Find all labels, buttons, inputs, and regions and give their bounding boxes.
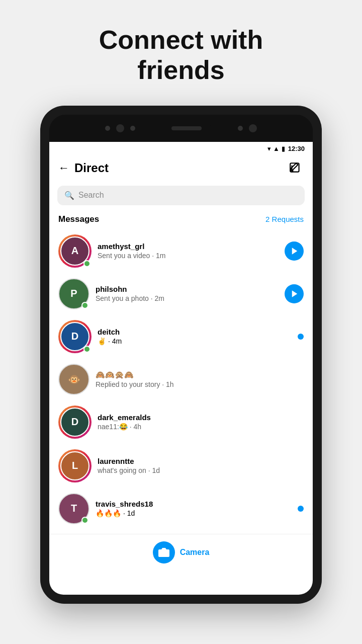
notch-sensor xyxy=(130,126,135,131)
battery-icon: ▮ xyxy=(282,145,285,152)
conv-preview: Sent you a photo · 2m xyxy=(96,294,279,302)
conv-action xyxy=(298,334,304,340)
list-item[interactable]: 🐵🙈🙉🙊🙈Replied to your story · 1h xyxy=(58,359,304,400)
conv-username: laurenntte xyxy=(98,457,298,465)
svg-point-3 xyxy=(162,551,166,555)
svg-marker-1 xyxy=(292,248,298,255)
avatar: 🐵 xyxy=(58,364,89,395)
conv-info: philsohnSent you a photo · 2m xyxy=(96,285,279,302)
status-bar: ▾ ▲ ▮ 12:30 xyxy=(49,142,313,154)
phone-frame: ▾ ▲ ▮ 12:30 ← Direct xyxy=(40,106,322,604)
conv-username: 🙈🙉🙊🙈 xyxy=(96,370,298,379)
avatar-wrap: D xyxy=(58,320,92,353)
notch-camera-dot xyxy=(105,126,110,131)
online-dot xyxy=(83,260,90,267)
status-time: 12:30 xyxy=(288,145,305,152)
play-button[interactable] xyxy=(285,242,304,261)
conv-preview: 🔥🔥🔥 · 1d xyxy=(96,509,292,517)
conv-preview: nae11:😂 · 4h xyxy=(98,423,298,431)
conv-username: philsohn xyxy=(96,285,279,293)
conv-username: amethyst_grl xyxy=(98,242,279,251)
avatar-wrap: T xyxy=(58,493,89,524)
avatar-wrap: P xyxy=(58,278,89,309)
play-button[interactable] xyxy=(285,284,304,303)
conv-info: deitch✌️ · 4m xyxy=(98,328,292,345)
search-placeholder: Search xyxy=(78,191,104,200)
conv-preview: Replied to your story · 1h xyxy=(96,380,298,388)
messages-header: Messages 2 Requests xyxy=(58,214,304,224)
notch-right-camera xyxy=(238,126,243,131)
camera-label: Camera xyxy=(180,548,210,557)
status-icons: ▾ ▲ ▮ xyxy=(267,145,285,152)
camera-icon xyxy=(158,546,170,558)
online-dot xyxy=(83,346,90,353)
conv-info: laurennttewhat's going on · 1d xyxy=(98,457,298,474)
conv-username: dark_emeralds xyxy=(98,413,298,422)
signal-icon: ▲ xyxy=(273,145,280,152)
wifi-icon: ▾ xyxy=(267,145,271,152)
list-item[interactable]: PphilsohnSent you a photo · 2m xyxy=(58,273,304,315)
conv-info: amethyst_grlSent you a video · 1m xyxy=(98,242,279,260)
speaker xyxy=(171,126,202,130)
search-icon: 🔍 xyxy=(64,191,74,200)
conv-info: travis_shreds18🔥🔥🔥 · 1d xyxy=(96,500,292,517)
messages-section: Messages 2 Requests Aamethyst_grlSent yo… xyxy=(49,211,313,530)
header-left: ← Direct xyxy=(58,161,109,175)
header-title: Direct xyxy=(74,161,109,175)
avatar: D xyxy=(60,408,89,437)
notch-front-camera xyxy=(116,124,124,132)
list-item[interactable]: Ddark_emeraldsnae11:😂 · 4h xyxy=(58,400,304,444)
list-item[interactable]: Ddeitch✌️ · 4m xyxy=(58,315,304,359)
search-container: 🔍 Search xyxy=(49,182,313,211)
camera-button[interactable] xyxy=(153,541,175,564)
phone-notch xyxy=(49,115,313,142)
app-header: ← Direct xyxy=(49,154,313,182)
online-dot xyxy=(81,517,88,524)
avatar-wrap: A xyxy=(58,234,92,268)
list-item[interactable]: Ttravis_shreds18🔥🔥🔥 · 1d xyxy=(58,488,304,530)
phone-screen: ▾ ▲ ▮ 12:30 ← Direct xyxy=(49,142,313,595)
conv-preview: Sent you a video · 1m xyxy=(98,252,279,260)
unread-indicator xyxy=(298,334,304,340)
list-item[interactable]: Aamethyst_grlSent you a video · 1m xyxy=(58,229,304,273)
conv-action xyxy=(298,506,304,512)
messages-label: Messages xyxy=(58,214,99,224)
unread-indicator xyxy=(298,506,304,512)
notch-left xyxy=(103,124,137,132)
avatar: L xyxy=(60,451,89,480)
bottom-bar: Camera xyxy=(49,534,313,571)
hero-title: Connect with friends xyxy=(80,25,282,86)
compose-button[interactable] xyxy=(287,159,304,177)
notch-right xyxy=(236,124,259,132)
avatar-wrap: 🐵 xyxy=(58,364,89,395)
conv-username: deitch xyxy=(98,328,292,336)
online-dot xyxy=(81,302,88,309)
avatar-wrap: L xyxy=(58,449,92,482)
list-item[interactable]: Llaurennttewhat's going on · 1d xyxy=(58,444,304,488)
conv-username: travis_shreds18 xyxy=(96,500,292,508)
conv-preview: what's going on · 1d xyxy=(98,466,298,474)
page-wrapper: Connect with friends ▾ ▲ ▮ xyxy=(0,10,362,604)
search-box[interactable]: 🔍 Search xyxy=(57,186,305,205)
back-button[interactable]: ← xyxy=(58,162,69,175)
notch-right-sensor xyxy=(249,124,257,132)
conv-action xyxy=(285,242,304,261)
requests-link[interactable]: 2 Requests xyxy=(265,215,304,223)
conv-info: 🙈🙉🙊🙈Replied to your story · 1h xyxy=(96,370,298,388)
svg-marker-2 xyxy=(292,290,298,297)
conversation-list: Aamethyst_grlSent you a video · 1mPphils… xyxy=(58,229,304,530)
avatar-wrap: D xyxy=(58,406,92,439)
compose-svg-icon xyxy=(289,162,302,175)
conv-preview: ✌️ · 4m xyxy=(98,337,292,345)
conv-info: dark_emeraldsnae11:😂 · 4h xyxy=(98,413,298,431)
conv-action xyxy=(285,284,304,303)
